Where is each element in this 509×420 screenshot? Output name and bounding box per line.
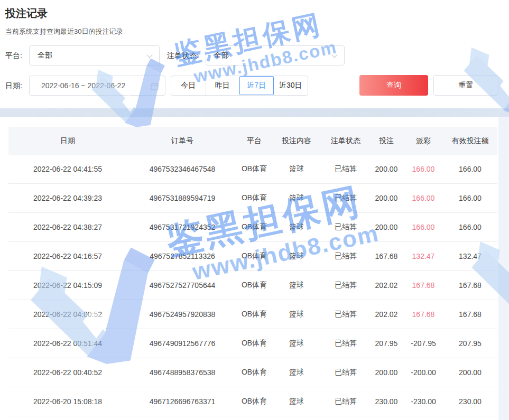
cell-bet-amount: 202.02 [369, 281, 404, 290]
cell-date: 2022-06-22 00:51:44 [8, 339, 127, 348]
table-row[interactable]: 2022-06-20 15:08:18 4967126696763371 OB体… [8, 387, 497, 416]
cell-status: 已结算 [322, 339, 369, 348]
cell-date: 2022-06-22 04:38:27 [8, 223, 127, 231]
cell-bet-content: 篮球 [271, 193, 322, 203]
cell-bet-content: 篮球 [271, 368, 322, 377]
betting-records-page: 投注记录 当前系统支持查询最近30日的投注记录 平台: 全部 注单状态: 全部 … [0, 0, 509, 420]
status-select[interactable]: 全部 [206, 45, 345, 66]
cell-valid-bet: 132.47 [443, 252, 497, 260]
cell-bet-amount: 200.00 [369, 223, 404, 231]
search-button[interactable]: 查询 [359, 75, 428, 96]
date-quick-button[interactable]: 近30日 [274, 76, 308, 95]
cell-bet-content: 篮球 [271, 397, 322, 406]
cell-status: 已结算 [322, 164, 369, 174]
cell-platform: OB体育 [238, 193, 271, 203]
table-row[interactable]: 2022-06-22 04:39:23 4967531889594719 OB体… [8, 184, 497, 213]
cell-payout: 166.00 [404, 223, 443, 231]
cell-date: 2022-06-22 00:40:52 [8, 368, 127, 377]
platform-select[interactable]: 全部 [29, 45, 160, 66]
cell-status: 已结算 [322, 281, 369, 290]
cell-date: 2022-06-22 04:39:23 [8, 194, 127, 202]
chevron-down-icon [146, 52, 152, 58]
cell-valid-bet: 166.00 [443, 194, 497, 202]
cell-order-no: 4967532346467548 [127, 165, 238, 173]
table-header-cell: 注单状态 [322, 136, 369, 146]
cell-platform: OB体育 [238, 368, 271, 377]
date-quick-button[interactable]: 今日 [171, 76, 206, 95]
status-select-value: 全部 [214, 51, 229, 60]
table-row[interactable]: 2022-06-22 00:40:52 4967488958376538 OB体… [8, 358, 497, 387]
cell-payout: -230.00 [404, 397, 443, 406]
cell-payout: 166.00 [404, 165, 443, 173]
cell-bet-content: 篮球 [271, 164, 322, 174]
page-title: 投注记录 [5, 6, 48, 21]
cell-platform: OB体育 [238, 281, 271, 290]
cell-platform: OB体育 [238, 251, 271, 261]
cell-valid-bet: 166.00 [443, 165, 497, 173]
cell-valid-bet: 207.95 [443, 339, 497, 348]
cell-platform: OB体育 [238, 222, 271, 232]
cell-status: 已结算 [322, 193, 369, 203]
cell-order-no: 4967488958376538 [127, 368, 238, 377]
cell-platform: OB体育 [238, 397, 271, 406]
cell-status: 已结算 [322, 310, 369, 319]
table-header-cell: 派彩 [404, 136, 443, 146]
table-header-cell: 有效投注额 [443, 136, 497, 146]
cell-payout: 132.47 [404, 252, 443, 260]
cell-bet-content: 篮球 [271, 339, 322, 348]
cell-valid-bet: 200.00 [443, 368, 497, 377]
table-header-cell: 投注内容 [271, 136, 322, 146]
date-range-input[interactable]: 2022-06-16 ~ 2022-06-22 [29, 76, 165, 96]
cell-valid-bet: 167.68 [443, 310, 497, 319]
date-label: 日期: [5, 76, 22, 96]
cell-order-no: 4967527527705644 [127, 281, 238, 290]
date-quick-button[interactable]: 昨日 [206, 76, 240, 95]
table-body: 2022-06-22 04:41:55 4967532346467548 OB体… [8, 155, 497, 416]
cell-date: 2022-06-22 04:16:57 [8, 252, 127, 260]
cell-status: 已结算 [322, 222, 369, 232]
cell-bet-amount: 200.00 [369, 194, 404, 202]
cell-date: 2022-06-22 04:41:55 [8, 165, 127, 173]
records-table: 日期订单号平台投注内容注单状态投注派彩有效投注额 2022-06-22 04:4… [8, 127, 497, 416]
cell-payout: -200.00 [404, 368, 443, 377]
calendar-icon [151, 82, 159, 90]
cell-date: 2022-06-22 04:00:52 [8, 310, 127, 319]
cell-bet-amount: 207.95 [369, 339, 404, 348]
cell-bet-amount: 167.68 [369, 252, 404, 260]
date-quick-button[interactable]: 近7日 [239, 76, 274, 95]
table-row[interactable]: 2022-06-22 04:38:27 4967531721924352 OB体… [8, 213, 497, 242]
table-row[interactable]: 2022-06-22 04:15:09 4967527527705644 OB体… [8, 271, 497, 300]
section-divider-band [0, 108, 509, 117]
cell-bet-amount: 230.00 [369, 397, 404, 406]
cell-bet-content: 篮球 [271, 281, 322, 290]
cell-payout: 167.68 [404, 310, 443, 319]
cell-date: 2022-06-20 15:08:18 [8, 397, 127, 406]
table-row[interactable]: 2022-06-22 04:16:57 4967527852113326 OB体… [8, 242, 497, 271]
table-header-cell: 日期 [8, 136, 127, 146]
cell-valid-bet: 166.00 [443, 223, 497, 231]
cell-status: 已结算 [322, 251, 369, 261]
platform-label: 平台: [5, 45, 22, 66]
cell-order-no: 4967531889594719 [127, 194, 238, 202]
table-header-row: 日期订单号平台投注内容注单状态投注派彩有效投注额 [8, 127, 497, 155]
table-row[interactable]: 2022-06-22 00:51:44 4967490912567776 OB体… [8, 329, 497, 358]
chevron-down-icon [331, 52, 337, 58]
cell-bet-content: 篮球 [271, 251, 322, 261]
platform-select-value: 全部 [38, 51, 52, 60]
cell-bet-amount: 200.00 [369, 165, 404, 173]
cell-payout: 166.00 [404, 194, 443, 202]
reset-button[interactable]: 重置 [433, 75, 498, 96]
cell-order-no: 4967527852113326 [127, 252, 238, 260]
cell-bet-content: 篮球 [271, 222, 322, 232]
table-row[interactable]: 2022-06-22 04:41:55 4967532346467548 OB体… [8, 155, 497, 184]
date-quick-group: 今日 昨日 近7日 近30日 [171, 76, 308, 96]
cell-platform: OB体育 [238, 164, 271, 174]
table-row[interactable]: 2022-06-22 04:00:52 4967524957920838 OB体… [8, 300, 497, 329]
cell-payout: 167.68 [404, 281, 443, 290]
cell-order-no: 4967531721924352 [127, 223, 238, 231]
cell-bet-content: 篮球 [271, 310, 322, 319]
table-header-cell: 订单号 [127, 136, 238, 146]
cell-status: 已结算 [322, 397, 369, 406]
cell-order-no: 4967490912567776 [127, 339, 238, 348]
cell-payout: -207.95 [404, 339, 443, 348]
